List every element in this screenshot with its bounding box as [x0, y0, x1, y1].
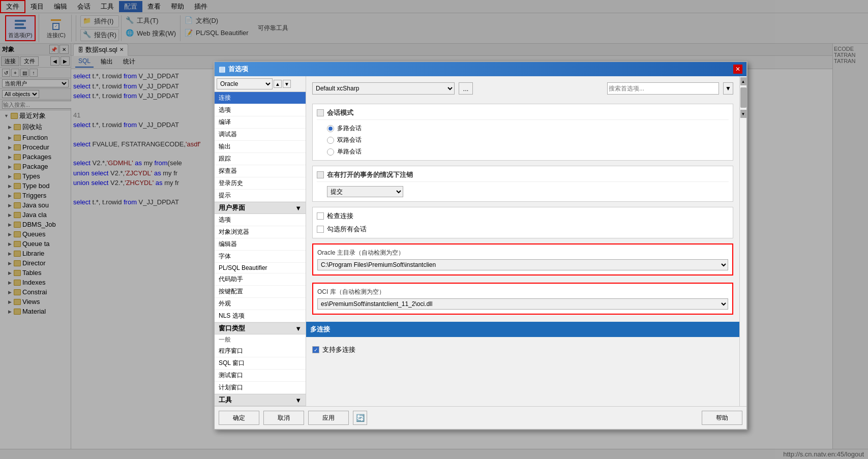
nav-item-font[interactable]: 字体	[215, 251, 306, 263]
nav-down-icon[interactable]: ▼	[283, 80, 291, 88]
radio-circle-icon	[327, 148, 334, 156]
dialog-content: Default xcSharp ... ▼ 会话模式	[306, 76, 739, 406]
session-mode-title: 会话模式	[327, 108, 353, 117]
check-connection-label: 检查连接	[327, 211, 353, 221]
category-select[interactable]: Oracle	[217, 78, 273, 89]
nav-item-keymapping[interactable]: 按键配置	[215, 286, 306, 298]
transaction-mode-select[interactable]: 提交	[327, 186, 403, 197]
oracle-home-section: Oracle 主目录（自动检测为空） C:\Program Files\Prem…	[312, 243, 733, 276]
multi-connect-header: 多连接	[306, 322, 739, 337]
profile-options-button[interactable]: ...	[459, 82, 473, 95]
dialog-overlay: ▤ 首选项 ✕ Oracle ▲ ▼ 连接 选项 编译	[0, 0, 868, 459]
section-collapse-icon: ▼	[295, 204, 302, 212]
transaction-header: 在有打开的事务的情况下注销	[317, 170, 729, 182]
transaction-title: 在有打开的事务的情况下注销	[327, 170, 413, 179]
session-mode-checkbox[interactable]	[317, 109, 324, 116]
nav-item-trace[interactable]: 跟踪	[215, 153, 306, 165]
nav-list: 连接 选项 编译 调试器 输出 跟踪 探查器 登录历史 提示 用户界面 ▼ 选项	[215, 92, 306, 406]
nav-up-icon[interactable]: ▲	[274, 80, 282, 88]
oci-lib-row: es\PremiumSoft\instantclient_11_2\oci.dl…	[317, 298, 728, 310]
dialog-title: ▤ 首选项	[219, 65, 248, 74]
preferences-dialog: ▤ 首选项 ✕ Oracle ▲ ▼ 连接 选项 编译	[214, 61, 747, 430]
select-all-sessions-item[interactable]: 勾选所有会话	[317, 225, 729, 234]
radio-circle-icon	[327, 125, 334, 132]
nav-section-tools[interactable]: 工具 ▼	[215, 394, 306, 406]
nav-item-beautifier[interactable]: PL/SQL Beautifier	[215, 263, 306, 273]
nav-item-debugger[interactable]: 调试器	[215, 129, 306, 141]
session-mode-options: 多路会话 双路会话 单路会话	[317, 124, 729, 156]
radio-multi-session[interactable]: 多路会话	[327, 124, 729, 133]
section-window-collapse-icon: ▼	[295, 325, 302, 332]
nav-item-test-window[interactable]: 测试窗口	[215, 370, 306, 382]
nav-section-window[interactable]: 窗口类型 ▼	[215, 322, 306, 334]
session-mode-header: 会话模式	[317, 108, 729, 120]
support-multi-label: 支持多连接	[322, 345, 355, 354]
select-all-label: 勾选所有会话	[327, 225, 367, 234]
select-all-checkbox[interactable]	[317, 226, 324, 233]
cancel-button[interactable]: 取消	[263, 411, 304, 425]
scroll-down-btn[interactable]: ▼	[740, 110, 746, 118]
dialog-nav: Oracle ▲ ▼ 连接 选项 编译 调试器 输出 跟踪 探查器 登录历史 提…	[215, 76, 306, 406]
nav-section-ui[interactable]: 用户界面 ▼	[215, 202, 306, 214]
nav-item-ui-options[interactable]: 选项	[215, 214, 306, 226]
scroll-thumb[interactable]	[740, 87, 746, 108]
dialog-close-button[interactable]: ✕	[733, 65, 742, 74]
section-tools-collapse-icon: ▼	[295, 396, 302, 404]
check-connection-item[interactable]: 检查连接	[317, 211, 729, 221]
oci-lib-label: OCI 库（自动检测为空）	[317, 288, 728, 296]
apply-button[interactable]: 应用	[308, 411, 349, 425]
session-mode-section: 会话模式 多路会话 双路会话 单路会话	[312, 104, 733, 161]
dialog-titlebar: ▤ 首选项 ✕	[215, 62, 746, 76]
profile-row: Default xcSharp ... ▼	[312, 82, 733, 95]
preferences-icon-title: ▤	[219, 65, 225, 73]
dialog-footer: 确定 取消 应用 🔄 帮助	[215, 406, 746, 429]
help-button[interactable]: 帮助	[702, 411, 742, 425]
profile-select[interactable]: Default xcSharp	[312, 82, 455, 95]
dialog-nav-header: Oracle ▲ ▼	[215, 76, 306, 92]
nav-item-nls[interactable]: NLS 选项	[215, 310, 306, 322]
nav-item-sql-window[interactable]: SQL 窗口	[215, 357, 306, 370]
nav-item-editor[interactable]: 编辑器	[215, 238, 306, 251]
oracle-home-label: Oracle 主目录（自动检测为空）	[317, 249, 728, 257]
support-multi-checkbox[interactable]: ✓	[312, 346, 319, 353]
radio-circle-icon	[327, 137, 334, 144]
search-prefs-btn[interactable]: ▼	[723, 82, 733, 95]
oracle-home-select[interactable]: C:\Program Files\PremiumSoft\instantclie…	[317, 259, 728, 270]
oci-lib-section: OCI 库（自动检测为空） es\PremiumSoft\instantclie…	[312, 283, 733, 315]
nav-item-login-history[interactable]: 登录历史	[215, 177, 306, 190]
search-preferences-input[interactable]	[607, 82, 719, 95]
dialog-body: Oracle ▲ ▼ 连接 选项 编译 调试器 输出 跟踪 探查器 登录历史 提…	[215, 76, 746, 406]
nav-item-plan-window[interactable]: 计划窗口	[215, 382, 306, 394]
radio-dual-session[interactable]: 双路会话	[327, 136, 729, 144]
radio-single-label: 单路会话	[337, 147, 362, 156]
oci-lib-select[interactable]: es\PremiumSoft\instantclient_11_2\oci.dl…	[317, 298, 728, 310]
support-multi-row[interactable]: ✓ 支持多连接	[312, 342, 733, 357]
nav-item-compile[interactable]: 编译	[215, 116, 306, 129]
session-checkboxes: 检查连接 勾选所有会话	[312, 207, 733, 238]
nav-item-output[interactable]: 输出	[215, 141, 306, 153]
nav-item-options[interactable]: 选项	[215, 104, 306, 116]
nav-item-profiler[interactable]: 探查器	[215, 165, 306, 177]
radio-multi-label: 多路会话	[337, 124, 362, 133]
nav-section-general: 一般	[215, 334, 306, 345]
transaction-checkbox[interactable]	[317, 171, 324, 178]
nav-item-appearance[interactable]: 外观	[215, 298, 306, 310]
radio-single-session[interactable]: 单路会话	[327, 147, 729, 156]
scroll-up-btn[interactable]: ▲	[740, 77, 746, 85]
nav-item-connect[interactable]: 连接	[215, 92, 306, 104]
radio-dual-label: 双路会话	[337, 136, 362, 144]
sync-button[interactable]: 🔄	[353, 411, 367, 425]
dialog-scrollbar[interactable]: ▲ ▼	[739, 76, 746, 406]
ok-button[interactable]: 确定	[219, 411, 259, 425]
oracle-home-row: C:\Program Files\PremiumSoft\instantclie…	[317, 259, 728, 270]
transaction-section: 在有打开的事务的情况下注销 提交	[312, 166, 733, 202]
transaction-select-row: 提交	[317, 186, 729, 197]
nav-item-object-browser[interactable]: 对象浏览器	[215, 226, 306, 238]
nav-item-hints[interactable]: 提示	[215, 190, 306, 202]
check-connection-checkbox[interactable]	[317, 212, 324, 220]
nav-item-program-window[interactable]: 程序窗口	[215, 345, 306, 357]
nav-item-code-assistant[interactable]: 代码助手	[215, 273, 306, 286]
